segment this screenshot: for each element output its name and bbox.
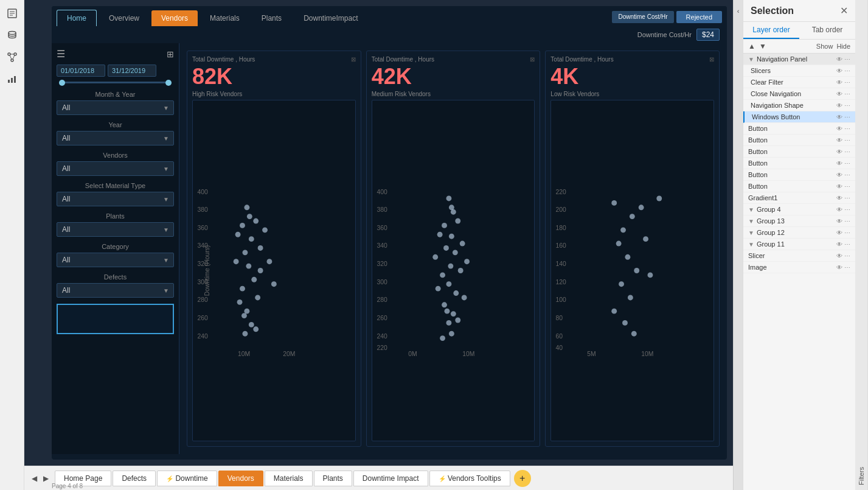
group4-eye-icon[interactable]: 👁: [836, 206, 842, 213]
layer-group-4[interactable]: ▼ Group 4 👁 ⋯: [743, 204, 855, 215]
slicers-eye-icon[interactable]: 👁: [836, 68, 842, 74]
filter-material-select[interactable]: All: [57, 192, 174, 206]
filter-category-select[interactable]: All: [57, 253, 174, 267]
filters-label[interactable]: Filters: [855, 0, 868, 490]
tab-downtime-impact[interactable]: Downtime Impact: [353, 471, 428, 486]
close-nav-eye-icon[interactable]: 👁: [836, 91, 842, 97]
show-button[interactable]: Show: [816, 43, 833, 50]
filter-year-select[interactable]: All: [57, 131, 174, 145]
btn5-more-icon[interactable]: ⋯: [844, 172, 850, 178]
layer-button-4[interactable]: Button 👁 ⋯: [743, 158, 855, 169]
btn6-more-icon[interactable]: ⋯: [844, 183, 850, 190]
layer-clear-filter[interactable]: Clear Filter 👁 ⋯: [743, 77, 855, 88]
date-start-input[interactable]: [57, 65, 105, 77]
gradient1-eye-icon[interactable]: 👁: [836, 195, 842, 201]
rejected-button[interactable]: Rejected: [676, 11, 722, 23]
layer-button-6[interactable]: Button 👁 ⋯: [743, 181, 855, 192]
filter-icon[interactable]: ⊞: [167, 49, 174, 59]
btn1-eye-icon[interactable]: 👁: [836, 125, 842, 132]
nav-shape-eye-icon[interactable]: 👁: [836, 102, 842, 109]
group13-more-icon[interactable]: ⋯: [844, 218, 850, 225]
tab-layer-order[interactable]: Layer order: [743, 22, 799, 39]
clear-filter-more-icon[interactable]: ⋯: [844, 79, 850, 86]
btn1-more-icon[interactable]: ⋯: [844, 125, 850, 132]
menu-icon[interactable]: ☰: [57, 48, 65, 60]
right-collapse-handle[interactable]: ‹: [733, 0, 743, 490]
arrow-up-icon[interactable]: ▲: [748, 42, 755, 51]
layer-group-11[interactable]: ▼ Group 11 👁 ⋯: [743, 239, 855, 250]
close-nav-more-icon[interactable]: ⋯: [844, 91, 850, 97]
group12-eye-icon[interactable]: 👁: [836, 229, 842, 236]
group11-eye-icon[interactable]: 👁: [836, 241, 842, 248]
layer-gradient1[interactable]: Gradient1 👁 ⋯: [743, 192, 855, 204]
tab-overview[interactable]: Overview: [99, 10, 149, 26]
tab-vendors-tooltips[interactable]: ⚡ Vendors Tooltips: [429, 471, 510, 486]
layer-group-12[interactable]: ▼ Group 12 👁 ⋯: [743, 227, 855, 239]
layer-button-3[interactable]: Button 👁 ⋯: [743, 146, 855, 158]
tab-downtime[interactable]: ⚡ Downtime: [157, 471, 217, 486]
model-icon[interactable]: [4, 49, 21, 66]
image-eye-icon[interactable]: 👁: [836, 264, 842, 271]
gradient1-more-icon[interactable]: ⋯: [844, 195, 850, 201]
tab-vendors[interactable]: Vendors: [151, 10, 198, 26]
add-tab-button[interactable]: +: [514, 470, 531, 487]
btn4-eye-icon[interactable]: 👁: [836, 160, 842, 167]
layer-button-1[interactable]: Button 👁 ⋯: [743, 123, 855, 135]
layer-button-5[interactable]: Button 👁 ⋯: [743, 169, 855, 181]
arrow-down-icon[interactable]: ▼: [759, 42, 766, 51]
report-icon[interactable]: [4, 5, 21, 22]
tab-downtime-impact[interactable]: DowntimeImpact: [294, 10, 367, 26]
layer-navigation-panel[interactable]: ▼ Navigation Panel 👁 ⋯: [743, 54, 855, 65]
group11-more-icon[interactable]: ⋯: [844, 241, 850, 248]
close-button[interactable]: ✕: [840, 5, 848, 16]
tab-tab-order[interactable]: Tab order: [799, 22, 855, 39]
tab-vendors-bottom[interactable]: Vendors: [218, 471, 263, 486]
layer-image[interactable]: Image 👁 ⋯: [743, 262, 855, 273]
layer-slicer[interactable]: Slicer 👁 ⋯: [743, 250, 855, 262]
analytics-icon[interactable]: [4, 71, 21, 88]
data-icon[interactable]: [4, 27, 21, 44]
tab-materials[interactable]: Materials: [200, 10, 249, 26]
tab-plants-bottom[interactable]: Plants: [314, 471, 352, 486]
nav-panel-more-icon[interactable]: ⋯: [844, 56, 850, 63]
slicer-eye-icon[interactable]: 👁: [836, 253, 842, 259]
group12-more-icon[interactable]: ⋯: [844, 229, 850, 236]
windows-btn-more-icon[interactable]: ⋯: [844, 114, 850, 121]
nav-shape-more-icon[interactable]: ⋯: [844, 102, 850, 109]
nav-panel-eye-icon[interactable]: 👁: [836, 56, 842, 63]
btn3-eye-icon[interactable]: 👁: [836, 149, 842, 155]
hide-button[interactable]: Hide: [836, 43, 850, 50]
group4-more-icon[interactable]: ⋯: [844, 206, 850, 213]
layer-navigation-shape[interactable]: Navigation Shape 👁 ⋯: [743, 100, 855, 111]
tab-home[interactable]: Home: [57, 10, 97, 26]
slicer-more-icon[interactable]: ⋯: [844, 253, 850, 259]
filter-plants-select[interactable]: All: [57, 222, 174, 237]
date-slider[interactable]: [57, 82, 174, 83]
windows-btn-eye-icon[interactable]: 👁: [836, 114, 842, 121]
btn4-more-icon[interactable]: ⋯: [844, 160, 850, 167]
btn2-eye-icon[interactable]: 👁: [836, 137, 842, 144]
btn5-eye-icon[interactable]: 👁: [836, 172, 842, 178]
tab-defects[interactable]: Defects: [113, 471, 156, 486]
layer-windows-button[interactable]: Windows Button 👁 ⋯: [743, 111, 855, 123]
filter-month-year-select[interactable]: All: [57, 100, 174, 115]
clear-filter-eye-icon[interactable]: 👁: [836, 79, 842, 86]
image-more-icon[interactable]: ⋯: [844, 264, 850, 271]
filter-defects-select[interactable]: All: [57, 283, 174, 298]
layer-group-13[interactable]: ▼ Group 13 👁 ⋯: [743, 215, 855, 227]
date-end-input[interactable]: [108, 65, 156, 77]
tab-plants[interactable]: Plants: [252, 10, 291, 26]
filter-vendors-select[interactable]: All: [57, 161, 174, 176]
layer-close-navigation[interactable]: Close Navigation 👁 ⋯: [743, 88, 855, 100]
btn3-more-icon[interactable]: ⋯: [844, 149, 850, 155]
impact-button[interactable]: Downtime Cost/Hr: [612, 11, 673, 23]
layer-button-2[interactable]: Button 👁 ⋯: [743, 135, 855, 146]
btn6-eye-icon[interactable]: 👁: [836, 183, 842, 190]
btn2-more-icon[interactable]: ⋯: [844, 137, 850, 144]
layer-slicers[interactable]: Slicers 👁 ⋯: [743, 65, 855, 77]
page-prev-btn[interactable]: ◀: [29, 473, 40, 484]
tab-materials[interactable]: Materials: [265, 471, 313, 486]
group13-eye-icon[interactable]: 👁: [836, 218, 842, 225]
slicers-more-icon[interactable]: ⋯: [844, 68, 850, 74]
page-next-btn[interactable]: ▶: [41, 473, 51, 484]
